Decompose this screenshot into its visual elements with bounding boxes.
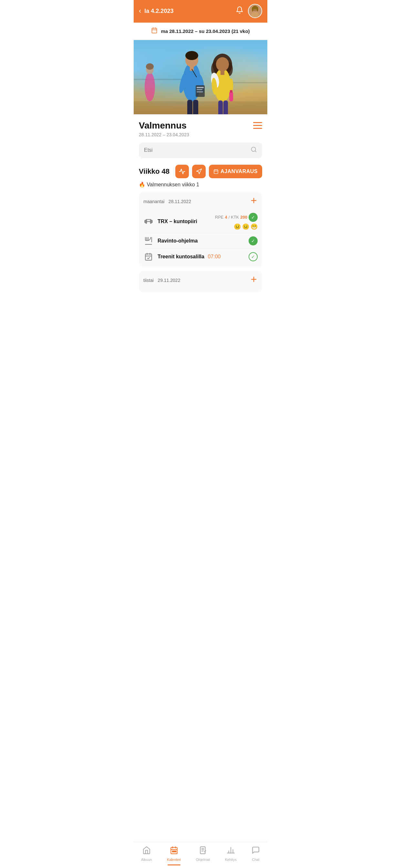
ktk-label: / KTK	[228, 215, 239, 220]
status-pending-gym: ✓	[249, 252, 258, 261]
svg-rect-60	[145, 254, 152, 260]
activity-info-gym: Treenit kuntosalilla 07:00	[158, 254, 245, 259]
header-date: la 4.2.2023	[144, 8, 174, 14]
rpe-row: RPE 4 / KTK 200 ✓	[215, 213, 258, 222]
week-header: Viikko 48 AJANVARAUS	[139, 165, 262, 178]
day-card-monday: maanantai 28.11.2022	[139, 192, 262, 267]
hamburger-icon	[253, 122, 262, 129]
date-range-text: ma 28.11.2022 – su 23.04.2023 (21 vko)	[161, 28, 250, 34]
svg-rect-22	[197, 91, 203, 92]
day-date-tuesday: 29.11.2022	[158, 278, 180, 283]
activity-name-nutrition: Ravinto-ohjelma	[158, 238, 245, 244]
avatar[interactable]	[248, 4, 262, 18]
svg-rect-34	[229, 92, 233, 101]
svg-point-30	[216, 57, 229, 71]
date-range-bar: ma 28.11.2022 – su 23.04.2023 (21 vko)	[134, 23, 267, 40]
header-left: ‹ la 4.2.2023	[139, 7, 174, 15]
gym-time: 07:00	[208, 254, 220, 259]
svg-point-41	[146, 63, 154, 70]
status-done-nutrition: ✓	[249, 237, 258, 245]
menu-icon[interactable]	[253, 122, 262, 131]
svg-point-39	[145, 72, 155, 101]
week-subtitle: 🔥 Valmennuksen viikko 1	[139, 182, 262, 188]
program-subtitle: 28.11.2022 – 23.04.2023	[139, 132, 189, 137]
hero-illustration	[134, 40, 267, 114]
day-info: maanantai 28.11.2022	[143, 198, 191, 205]
svg-rect-11	[134, 79, 185, 80]
activity-row-trx[interactable]: TRX – kuntopiiri RPE 4 / KTK 200 ✓ 😐 😐 😁	[143, 210, 258, 233]
back-button[interactable]: ‹	[139, 7, 141, 15]
search-icon	[251, 146, 257, 154]
nutrition-icon-button[interactable]	[192, 165, 206, 178]
day-name-monday: maanantai	[143, 199, 164, 204]
dumbbell-icon	[143, 216, 154, 227]
svg-point-15	[185, 51, 198, 60]
activity-info-nutrition: Ravinto-ohjelma	[158, 238, 245, 244]
svg-rect-44	[253, 125, 262, 126]
svg-line-47	[255, 151, 256, 152]
add-activity-tuesday-button[interactable]	[250, 275, 258, 285]
status-done-trx: ✓	[249, 213, 258, 222]
activity-name-gym: Treenit kuntosalilla 07:00	[158, 254, 245, 259]
svg-rect-16	[190, 66, 194, 71]
day-info-tuesday: tiistai 29.11.2022	[143, 277, 180, 283]
svg-rect-43	[253, 122, 262, 123]
food-icon	[143, 236, 154, 246]
day-date-monday: 28.11.2022	[168, 199, 191, 204]
svg-rect-20	[197, 87, 204, 88]
header: ‹ la 4.2.2023	[134, 0, 267, 23]
rpe-value: 4	[225, 215, 227, 220]
booking-label: AJANVARAUS	[220, 168, 258, 175]
svg-rect-48	[214, 169, 218, 174]
search-bar[interactable]	[139, 143, 262, 158]
svg-rect-6	[152, 28, 157, 33]
day-header-monday: maanantai 28.11.2022	[143, 197, 258, 206]
calendar-check-icon	[143, 252, 154, 262]
header-right	[236, 4, 262, 18]
chart-button[interactable]	[175, 165, 189, 178]
svg-rect-21	[197, 89, 203, 90]
title-section: Valmennus 28.11.2022 – 23.04.2023	[134, 114, 267, 137]
activity-right-trx: RPE 4 / KTK 200 ✓ 😐 😐 😁	[215, 213, 258, 230]
svg-point-5	[257, 7, 258, 11]
title-block: Valmennus 28.11.2022 – 23.04.2023	[139, 121, 189, 137]
svg-rect-45	[253, 128, 262, 129]
activity-name-trx: TRX – kuntopiiri	[158, 219, 211, 224]
notification-bell-icon[interactable]	[236, 6, 243, 16]
activity-info-trx: TRX – kuntopiiri	[158, 219, 211, 224]
ktk-value: 200	[240, 215, 247, 220]
week-title: Viikko 48	[139, 167, 172, 176]
svg-point-2	[251, 12, 259, 18]
emoji-1[interactable]: 😐	[234, 223, 241, 230]
activity-row-gym[interactable]: Treenit kuntosalilla 07:00 ✓	[143, 249, 258, 262]
svg-point-4	[252, 7, 253, 11]
booking-button[interactable]: AJANVARAUS	[209, 165, 262, 178]
day-name-tuesday: tiistai	[143, 278, 154, 283]
emoji-3[interactable]: 😁	[251, 223, 258, 230]
activity-row-nutrition[interactable]: Ravinto-ohjelma ✓	[143, 233, 258, 249]
emoji-2[interactable]: 😐	[242, 223, 249, 230]
search-input[interactable]	[144, 147, 247, 153]
add-activity-monday-button[interactable]	[250, 197, 258, 206]
day-card-tuesday: tiistai 29.11.2022	[139, 271, 262, 292]
rpe-label: RPE	[215, 215, 224, 220]
day-header-tuesday: tiistai 29.11.2022	[143, 275, 258, 285]
program-title: Valmennus	[139, 121, 189, 131]
svg-rect-32	[220, 70, 224, 75]
week-section: Viikko 48 AJANVARAUS 🔥 Valmennuksen viik…	[134, 158, 267, 292]
hero-image	[134, 40, 267, 114]
emoji-feedback-row: 😐 😐 😁	[234, 223, 258, 230]
calendar-small-icon	[151, 27, 158, 35]
svg-rect-35	[230, 90, 233, 93]
svg-rect-42	[134, 101, 267, 114]
